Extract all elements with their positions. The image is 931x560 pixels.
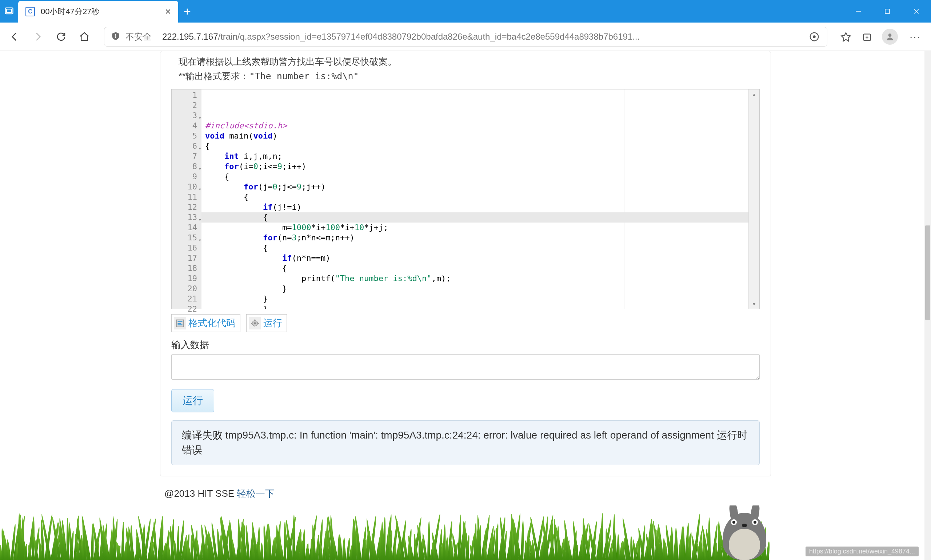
back-button[interactable] — [7, 29, 22, 44]
footer-link[interactable]: 轻松一下 — [237, 488, 275, 499]
favorites-icon[interactable] — [840, 31, 852, 43]
address-bar: ! 不安全 222.195.7.167/train/q.aspx?session… — [0, 23, 931, 51]
tab-overview-icon[interactable] — [0, 0, 18, 23]
svg-rect-1 — [6, 9, 12, 12]
svg-point-13 — [888, 34, 892, 37]
editor-code-area[interactable]: #include<stdio.h>void main(void){ int i,… — [202, 89, 748, 309]
browser-tab-active[interactable]: C 00小时47分27秒 × — [18, 1, 178, 23]
svg-point-19 — [254, 322, 255, 324]
new-tab-button[interactable]: + — [178, 0, 196, 23]
url-divider — [157, 31, 157, 42]
close-tab-icon[interactable]: × — [165, 6, 171, 17]
security-label: 不安全 — [125, 31, 152, 43]
problem-description: 现在请根据以上线索帮助警方找出车号以便尽快破案。 **输出格式要求："The n… — [171, 51, 760, 84]
home-button[interactable] — [77, 29, 92, 44]
scrollbar-thumb[interactable] — [925, 225, 930, 320]
window-controls — [844, 0, 931, 23]
code-editor[interactable]: 12345678910111213141516171819202122 #inc… — [171, 89, 760, 309]
run-inline-button[interactable]: 运行 — [246, 314, 287, 332]
close-window-button[interactable] — [902, 0, 931, 23]
profile-avatar[interactable] — [882, 29, 898, 45]
editor-scrollbar[interactable]: ▴ ▾ — [748, 89, 759, 309]
more-menu-icon[interactable]: ··· — [906, 31, 924, 43]
url-bar[interactable]: ! 不安全 222.195.7.167/train/q.aspx?session… — [104, 27, 827, 46]
run-button[interactable]: 运行 — [171, 389, 214, 412]
page-viewport[interactable]: 现在请根据以上线索帮助警方找出车号以便尽快破案。 **输出格式要求："The n… — [0, 51, 931, 560]
scroll-up-icon[interactable]: ▴ — [749, 89, 759, 99]
input-data-textarea[interactable] — [171, 354, 760, 380]
refresh-button[interactable] — [54, 29, 68, 44]
scroll-down-icon[interactable]: ▾ — [749, 299, 759, 309]
insecure-icon: ! — [111, 31, 120, 42]
editor-gutter: 12345678910111213141516171819202122 — [172, 89, 202, 309]
minimize-button[interactable] — [844, 0, 873, 23]
svg-point-8 — [813, 35, 816, 38]
input-data-label: 输入数据 — [171, 338, 760, 351]
result-output: 编译失败 tmp95A3.tmp.c: In function 'main': … — [171, 420, 760, 465]
collections-icon[interactable] — [861, 31, 873, 43]
page-scrollbar[interactable] — [925, 51, 931, 560]
tab-title: 00小时47分27秒 — [41, 6, 159, 17]
problem-card: 现在请根据以上线索帮助警方找出车号以便尽快破案。 **输出格式要求："The n… — [160, 51, 771, 476]
url-text: 222.195.7.167/train/q.aspx?session_id=e1… — [162, 32, 803, 42]
window-titlebar: C 00小时47分27秒 × + — [0, 0, 931, 23]
forward-button[interactable] — [31, 29, 45, 44]
svg-marker-9 — [841, 32, 850, 41]
format-code-button[interactable]: 格式化代码 — [171, 314, 240, 332]
page-footer: @2013 HIT SSE 轻松一下 — [165, 487, 771, 500]
tab-favicon: C — [25, 7, 35, 16]
format-icon — [174, 317, 186, 329]
svg-rect-3 — [885, 9, 889, 14]
site-permissions-icon[interactable] — [808, 31, 820, 43]
svg-text:!: ! — [115, 33, 117, 39]
maximize-button[interactable] — [873, 0, 902, 23]
gear-run-icon — [249, 317, 261, 329]
